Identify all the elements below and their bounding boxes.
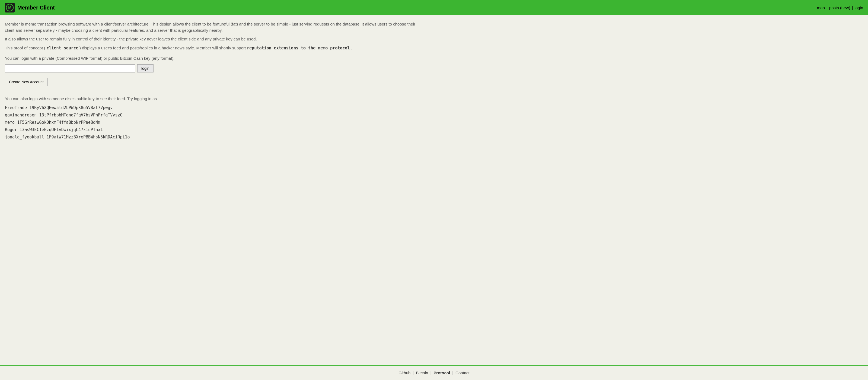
example-account-name-0[interactable]: FreeTrade xyxy=(5,105,27,110)
footer-github-link[interactable]: Github xyxy=(399,371,410,375)
description-para2: It also allows the user to remain fully … xyxy=(5,36,418,42)
nav-login-link[interactable]: login xyxy=(855,5,863,10)
login-button[interactable]: login xyxy=(137,64,154,72)
nav-sep-2: | xyxy=(852,5,853,10)
footer-links: Github | Bitcoin | Protocol | Contact xyxy=(5,371,863,375)
try-login-text: You can also login with someone else's p… xyxy=(5,96,418,101)
reputation-extensions-link[interactable]: reputation extensions to the memo protoc… xyxy=(247,46,350,51)
nav-posts-link[interactable]: posts (new) xyxy=(829,5,850,10)
svg-text:M: M xyxy=(8,5,11,10)
header-nav: map | posts (new) | login xyxy=(817,5,863,10)
footer-protocol-link[interactable]: Protocol xyxy=(433,371,450,375)
description-para3: This proof of concept ( client source ) … xyxy=(5,45,418,51)
example-account-item: memo 1F5GrRezwGokQhxmF4fYaBbbNrPPaeBqMm xyxy=(5,119,418,126)
client-source-link[interactable]: client source xyxy=(46,46,78,51)
description-block: Member is memo transaction browsing soft… xyxy=(5,21,418,51)
example-account-name-2[interactable]: memo xyxy=(5,120,14,125)
example-account-item: FreeTrade 19RyV6XQEww5td2LPWDpK8o5V8at7V… xyxy=(5,104,418,112)
example-account-key-0[interactable]: 19RyV6XQEww5td2LPWDpK8o5V8at7Vpwgv xyxy=(29,105,113,110)
header: M Member Client map | posts (new) | logi… xyxy=(0,0,868,15)
nav-sep-1: | xyxy=(827,5,828,10)
create-account-button[interactable]: Create New Account xyxy=(5,78,48,86)
example-account-key-1[interactable]: 13tPfrbpbMTdng7fgV7bsVPhFrfgTVyszG xyxy=(39,113,122,118)
login-form: login xyxy=(5,64,418,72)
example-account-item: gavinandresen 13tPfrbpbMTdng7fgV7bsVPhFr… xyxy=(5,112,418,119)
example-account-key-4[interactable]: 1F9atW71MzzBXrePBBWhsN5kRDAciRpi1o xyxy=(46,135,130,140)
example-account-name-4[interactable]: jonald_fyookball xyxy=(5,135,44,140)
para3-suffix: . xyxy=(351,46,352,50)
key-input[interactable] xyxy=(5,64,135,72)
example-accounts-list: FreeTrade 19RyV6XQEww5td2LPWDpK8o5V8at7V… xyxy=(5,104,418,141)
try-login-section: You can also login with someone else's p… xyxy=(5,96,418,141)
footer-contact-link[interactable]: Contact xyxy=(456,371,469,375)
example-account-item: Roger 13asW3EC1eEzqUF1vDwixjqL47x1uPTnx1 xyxy=(5,126,418,134)
para3-middle: ) displays a user's feed and posts/repli… xyxy=(80,46,247,50)
main-content: Member is memo transaction browsing soft… xyxy=(0,15,423,365)
footer-sep-2: | xyxy=(430,371,431,375)
app-title: Member Client xyxy=(18,5,55,11)
example-account-key-2[interactable]: 1F5GrRezwGokQhxmF4fYaBbbNrPPaeBqMm xyxy=(17,120,100,125)
example-account-name-1[interactable]: gavinandresen xyxy=(5,113,37,118)
logo-icon: M xyxy=(5,3,14,12)
example-account-name-3[interactable]: Roger xyxy=(5,127,17,132)
footer: Github | Bitcoin | Protocol | Contact xyxy=(0,366,868,380)
login-section: You can login with a private (Compressed… xyxy=(5,56,418,91)
footer-bitcoin-link[interactable]: Bitcoin xyxy=(416,371,428,375)
login-prompt: You can login with a private (Compressed… xyxy=(5,56,418,61)
para3-prefix: This proof of concept ( xyxy=(5,46,45,50)
footer-sep-1: | xyxy=(412,371,414,375)
example-account-item: jonald_fyookball 1F9atW71MzzBXrePBBWhsN5… xyxy=(5,134,418,141)
header-left: M Member Client xyxy=(5,3,55,12)
nav-map-link[interactable]: map xyxy=(817,5,825,10)
footer-sep-3: | xyxy=(452,371,453,375)
example-account-key-3[interactable]: 13asW3EC1eEzqUF1vDwixjqL47x1uPTnx1 xyxy=(20,127,103,132)
description-para1: Member is memo transaction browsing soft… xyxy=(5,21,418,33)
